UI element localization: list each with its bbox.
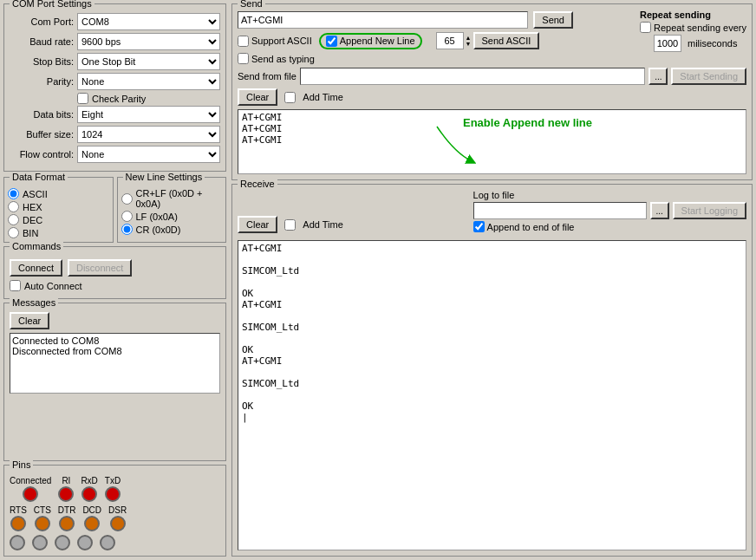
pin-dcd: DCD xyxy=(82,505,101,531)
com-port-select[interactable]: COM8 xyxy=(77,13,220,30)
pin-rts2 xyxy=(10,535,25,550)
parity-select[interactable]: None xyxy=(77,73,220,90)
pin-connected-label: Connected xyxy=(10,476,51,485)
start-sending-button[interactable]: Start Sending xyxy=(671,68,746,85)
receive-line-2 xyxy=(242,254,742,265)
pin-rts2-indicator xyxy=(10,535,25,550)
baud-rate-select[interactable]: 9600 bps xyxy=(77,33,220,50)
append-new-line-checkbox[interactable] xyxy=(326,36,337,47)
newline-crlf[interactable] xyxy=(121,193,133,205)
log-file-input[interactable] xyxy=(473,202,647,219)
pin-rxd-indicator xyxy=(81,486,97,502)
repeat-section: Repeat sending Repeat sending every 1000… xyxy=(640,10,746,52)
data-format-hex[interactable] xyxy=(8,201,19,212)
log-browse-icon: ... xyxy=(655,206,662,216)
send-file-browse-button[interactable]: ... xyxy=(648,68,668,85)
messages-title: Messages xyxy=(10,297,58,308)
receive-line-14 xyxy=(242,389,742,400)
repeat-every-checkbox[interactable] xyxy=(640,22,651,33)
com-port-label: Com Port: xyxy=(10,16,77,27)
pin-txd-indicator xyxy=(105,486,121,502)
pin-dsr-label: DSR xyxy=(108,505,127,515)
log-to-file-section: Log to file ... Start Logging Append to … xyxy=(473,190,746,232)
pins-group: Pins Connected RI RxD TxD xyxy=(3,465,226,557)
pin-rts-label: RTS xyxy=(10,505,27,515)
send-file-input[interactable] xyxy=(300,68,645,85)
send-section: Send Repeat sending Repeat sending every… xyxy=(231,3,753,180)
data-bits-label: Data bits: xyxy=(10,109,77,120)
pin-ri-label: RI xyxy=(62,476,70,485)
pin-dcd-label: DCD xyxy=(82,505,101,515)
log-file-browse-button[interactable]: ... xyxy=(650,202,669,219)
receive-clear-button[interactable]: Clear xyxy=(238,216,277,233)
pin-dsr: DSR xyxy=(108,505,127,531)
pin-cts-label: CTS xyxy=(34,505,51,515)
pin-rxd-label: RxD xyxy=(81,476,97,485)
send-clear-row: Clear Add Time xyxy=(238,88,746,106)
pins-row1: Connected RI RxD TxD xyxy=(10,476,220,502)
data-format-hex-label: HEX xyxy=(23,202,42,212)
newline-cr[interactable] xyxy=(121,224,133,235)
newline-cr-label: CR (0x0D) xyxy=(136,225,181,235)
ascii-num-input[interactable] xyxy=(436,32,464,49)
send-add-time-checkbox[interactable] xyxy=(284,92,296,103)
receive-add-time-checkbox[interactable] xyxy=(284,219,296,231)
send-button[interactable]: Send xyxy=(533,11,573,29)
append-to-file-label: Append to end of file xyxy=(487,222,575,232)
send-add-time-label: Add Time xyxy=(303,92,342,102)
send-clear-button[interactable]: Clear xyxy=(238,88,277,106)
send-command-input[interactable] xyxy=(238,11,528,29)
append-to-file-checkbox[interactable] xyxy=(473,221,485,232)
append-new-line-highlight: Append New Line xyxy=(319,33,422,49)
receive-line-13: SIMCOM_Ltd xyxy=(242,378,742,389)
buffer-size-select[interactable]: 1024 xyxy=(77,126,220,143)
stop-bits-label: Stop Bits: xyxy=(10,56,77,67)
new-line-title: New Line Settings xyxy=(123,172,205,182)
data-format-bin[interactable] xyxy=(8,227,19,238)
send-as-typing-checkbox[interactable] xyxy=(238,53,249,64)
send-title: Send xyxy=(238,0,265,9)
baud-rate-label: Baud rate: xyxy=(10,36,77,47)
messages-area: Connected to COM8Disconnected from COM8 xyxy=(10,333,220,394)
pin-txd-label: TxD xyxy=(105,476,121,485)
repeat-ms-label: miliseconds xyxy=(688,38,737,49)
parity-label: Parity: xyxy=(10,76,77,87)
auto-connect-label: Auto Connect xyxy=(24,281,82,291)
data-bits-select[interactable]: Eight xyxy=(77,106,220,123)
data-format-dec[interactable] xyxy=(8,214,19,225)
repeat-value-input[interactable]: 1000 xyxy=(654,35,681,52)
receive-line-9 xyxy=(242,333,742,344)
pin-dcd-indicator xyxy=(84,516,100,531)
receive-log-area: AT+CGMI SIMCOM_Ltd OK AT+CGMI SIMCOM_Ltd… xyxy=(238,240,746,550)
start-logging-button[interactable]: Start Logging xyxy=(673,202,746,219)
auto-connect-checkbox[interactable] xyxy=(10,280,21,291)
receive-line-8: SIMCOM_Ltd xyxy=(242,322,742,333)
pin-dtr-label: DTR xyxy=(58,505,76,515)
messages-clear-button[interactable]: Clear xyxy=(10,312,49,329)
data-format-ascii[interactable] xyxy=(8,188,19,199)
receive-line-16: | xyxy=(242,412,742,423)
send-from-file-row: Send from file ... Start Sending xyxy=(238,68,746,85)
receive-line-11: AT+CGMI xyxy=(242,355,742,367)
flow-control-label: Flow control: xyxy=(10,149,77,160)
receive-line-7 xyxy=(242,310,742,322)
send-ascii-button[interactable]: Send ASCII xyxy=(473,32,540,49)
pins-row3 xyxy=(10,535,220,550)
pin-rts: RTS xyxy=(10,505,27,531)
pin-dcd2 xyxy=(77,535,93,550)
flow-control-select[interactable]: None xyxy=(77,146,220,163)
data-format-group: ASCII HEX DEC BIN xyxy=(8,188,109,238)
newline-lf[interactable] xyxy=(121,211,133,222)
data-format-title: Data Format xyxy=(10,172,68,182)
check-parity-checkbox[interactable] xyxy=(77,93,88,104)
disconnect-button[interactable]: Disconnect xyxy=(68,259,132,277)
stop-bits-select[interactable]: One Stop Bit xyxy=(77,53,220,70)
support-ascii-checkbox[interactable] xyxy=(238,36,249,47)
data-format-ascii-label: ASCII xyxy=(23,189,48,199)
log-to-file-label: Log to file xyxy=(473,190,746,200)
newline-lf-label: LF (0x0A) xyxy=(136,212,178,222)
pin-connected: Connected xyxy=(10,476,51,502)
pin-dtr: DTR xyxy=(58,505,76,531)
pin-txd: TxD xyxy=(105,476,121,502)
connect-button[interactable]: Connect xyxy=(10,259,62,277)
